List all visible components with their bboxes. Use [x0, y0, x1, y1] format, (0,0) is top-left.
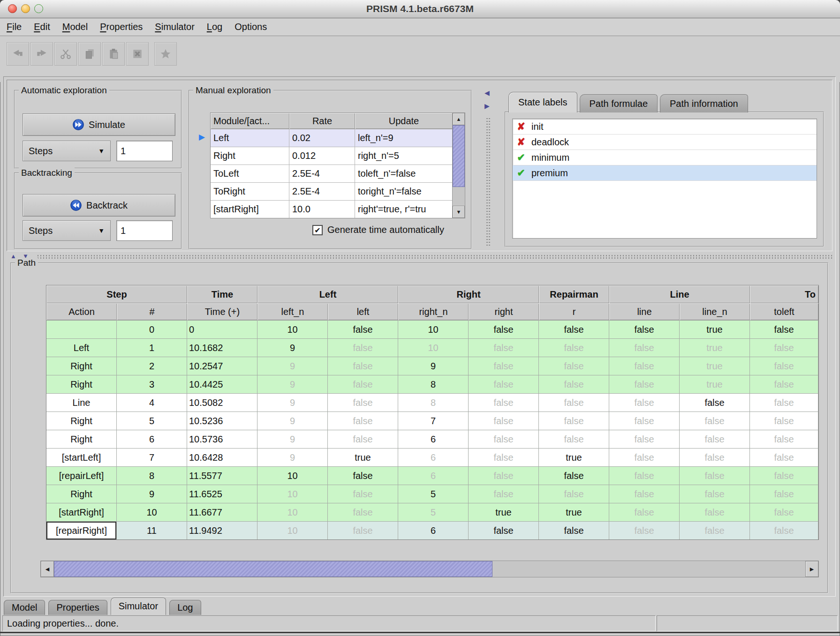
path-cell[interactable]: false: [539, 339, 609, 357]
path-row[interactable]: [startRight]1011.667710false5truetruefal…: [46, 503, 818, 521]
path-cell[interactable]: 9: [257, 357, 328, 375]
path-row[interactable]: [repairRight]1111.949210false6falsefalse…: [46, 521, 818, 539]
toolbar-button-copy[interactable]: [78, 42, 101, 66]
path-cell[interactable]: 10: [257, 321, 328, 338]
path-cell[interactable]: false: [539, 430, 609, 448]
manual-scrollbar-thumb[interactable]: [453, 125, 465, 187]
path-cell[interactable]: Right: [46, 375, 117, 393]
path-cell[interactable]: false: [750, 467, 818, 485]
path-cell[interactable]: false: [680, 522, 750, 539]
path-cell[interactable]: 1: [117, 339, 187, 357]
backtrack-steps-combo[interactable]: Steps ▼: [23, 220, 111, 241]
menu-item-options[interactable]: Options: [235, 22, 267, 32]
backtrack-button[interactable]: Backtrack: [23, 194, 175, 217]
path-cell[interactable]: [startRight]: [46, 503, 117, 521]
path-cell[interactable]: Right: [46, 357, 117, 375]
toolbar-button-paste[interactable]: [102, 42, 125, 66]
path-cell[interactable]: false: [328, 339, 398, 357]
path-cell[interactable]: false: [750, 357, 818, 375]
path-cell[interactable]: false: [539, 357, 609, 375]
path-cell[interactable]: 8: [117, 467, 187, 485]
path-cell[interactable]: true: [680, 375, 750, 393]
path-cell[interactable]: false: [609, 339, 680, 357]
path-cell[interactable]: false: [328, 430, 398, 448]
path-row[interactable]: Line410.50829false8falsefalsefalsefalsef…: [46, 393, 818, 412]
path-cell[interactable]: 11.6677: [187, 503, 257, 521]
path-cell[interactable]: false: [328, 467, 398, 485]
path-row[interactable]: 0010false10falsefalsefalsetruefalse: [46, 320, 818, 338]
path-cell[interactable]: false: [750, 430, 818, 448]
horizontal-splitter[interactable]: ▲ ▼: [4, 253, 836, 261]
path-cell[interactable]: 10.1682: [187, 339, 257, 357]
path-cell[interactable]: false: [539, 522, 609, 539]
path-cell[interactable]: false: [469, 357, 539, 375]
path-cell[interactable]: Line: [46, 394, 117, 412]
tab-path-information[interactable]: Path information: [660, 94, 748, 112]
toolbar-button-cut[interactable]: [54, 42, 77, 66]
path-cell[interactable]: false: [328, 503, 398, 521]
path-cell[interactable]: 10: [257, 522, 328, 539]
path-cell[interactable]: 11.6525: [187, 485, 257, 503]
path-cell[interactable]: Right: [46, 412, 117, 430]
menu-item-file[interactable]: File: [7, 22, 22, 32]
generate-time-checkbox[interactable]: ✔: [312, 225, 323, 235]
path-cell[interactable]: 10: [257, 485, 328, 503]
path-cell[interactable]: true: [680, 321, 750, 338]
toolbar-button-delete[interactable]: [126, 42, 149, 66]
menu-item-simulator[interactable]: Simulator: [155, 22, 194, 32]
path-cell[interactable]: 6: [398, 522, 469, 539]
path-cell[interactable]: false: [328, 522, 398, 539]
path-cell[interactable]: false: [469, 485, 539, 503]
path-row[interactable]: [repairLeft]811.557710false6falsefalsefa…: [46, 466, 818, 485]
path-row[interactable]: [startLeft]710.64289true6falsetruefalsef…: [46, 448, 818, 466]
path-cell[interactable]: false: [469, 412, 539, 430]
path-cell[interactable]: false: [609, 467, 680, 485]
path-cell[interactable]: 9: [117, 485, 187, 503]
manual-row[interactable]: ToRight2.5E-4toright_n'=false: [211, 182, 453, 200]
path-cell[interactable]: 10.2547: [187, 357, 257, 375]
menu-item-edit[interactable]: Edit: [34, 22, 50, 32]
bottom-tab-model[interactable]: Model: [4, 600, 45, 615]
path-cell[interactable]: false: [469, 394, 539, 412]
splitter-right-icon[interactable]: ▶: [484, 102, 490, 110]
path-cell[interactable]: false: [469, 375, 539, 393]
path-cell[interactable]: true: [680, 357, 750, 375]
path-cell[interactable]: false: [539, 467, 609, 485]
path-cell[interactable]: false: [328, 321, 398, 338]
path-cell[interactable]: 9: [257, 394, 328, 412]
path-cell[interactable]: 9: [257, 430, 328, 448]
path-cell[interactable]: 6: [398, 430, 469, 448]
path-cell[interactable]: false: [609, 321, 680, 338]
menu-item-log[interactable]: Log: [207, 22, 222, 32]
path-cell[interactable]: false: [469, 321, 539, 338]
path-cell[interactable]: false: [680, 449, 750, 466]
path-cell[interactable]: 5: [117, 412, 187, 430]
path-cell[interactable]: false: [539, 375, 609, 393]
path-cell[interactable]: false: [328, 375, 398, 393]
simulate-steps-combo[interactable]: Steps ▼: [23, 141, 111, 161]
path-cell[interactable]: false: [750, 394, 818, 412]
path-cell[interactable]: false: [680, 412, 750, 430]
path-cell[interactable]: 9: [257, 412, 328, 430]
path-cell[interactable]: 10: [257, 503, 328, 521]
simulate-button[interactable]: Simulate: [23, 113, 175, 136]
path-cell[interactable]: true: [680, 339, 750, 357]
path-cell[interactable]: false: [328, 412, 398, 430]
path-cell[interactable]: false: [609, 449, 680, 466]
path-cell[interactable]: 2: [117, 357, 187, 375]
path-cell[interactable]: false: [469, 522, 539, 539]
bottom-tab-properties[interactable]: Properties: [48, 600, 107, 615]
path-cell[interactable]: 11: [117, 522, 187, 539]
path-cell[interactable]: 11.5577: [187, 467, 257, 485]
path-cell[interactable]: false: [750, 321, 818, 338]
path-cell[interactable]: 6: [117, 430, 187, 448]
state-label-item[interactable]: ✘deadlock: [513, 135, 817, 150]
path-cell[interactable]: 11.9492: [187, 522, 257, 539]
path-cell[interactable]: false: [539, 321, 609, 338]
path-cell[interactable]: 9: [257, 449, 328, 466]
path-cell[interactable]: false: [680, 467, 750, 485]
path-hscrollbar-thumb[interactable]: [54, 561, 492, 577]
path-cell[interactable]: 7: [117, 449, 187, 466]
path-cell[interactable]: false: [750, 412, 818, 430]
path-cell[interactable]: [startLeft]: [46, 449, 117, 466]
